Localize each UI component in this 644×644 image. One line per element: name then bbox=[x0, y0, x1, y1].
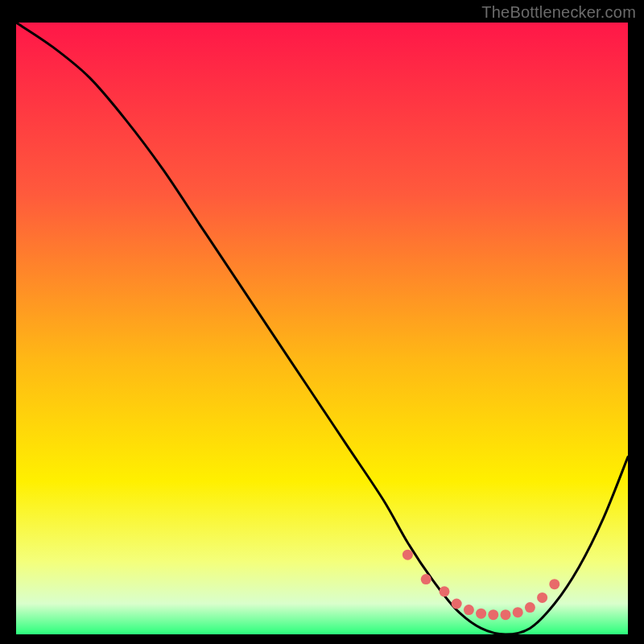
marker-dot bbox=[549, 579, 559, 589]
page-root: TheBottlenecker.com bbox=[0, 0, 644, 644]
attribution-text: TheBottlenecker.com bbox=[481, 3, 636, 22]
gradient-background bbox=[16, 23, 628, 634]
marker-dot bbox=[525, 602, 535, 613]
marker-dot bbox=[537, 592, 547, 603]
marker-dot bbox=[421, 574, 431, 584]
chart-svg bbox=[16, 23, 628, 634]
marker-dot bbox=[513, 607, 523, 617]
marker-dot bbox=[476, 609, 486, 619]
marker-dot bbox=[452, 599, 462, 609]
chart-area bbox=[16, 23, 628, 634]
marker-dot bbox=[402, 550, 413, 560]
marker-dot bbox=[440, 586, 450, 597]
marker-dot bbox=[501, 609, 511, 620]
marker-dot bbox=[488, 609, 498, 620]
marker-dot bbox=[464, 605, 474, 615]
